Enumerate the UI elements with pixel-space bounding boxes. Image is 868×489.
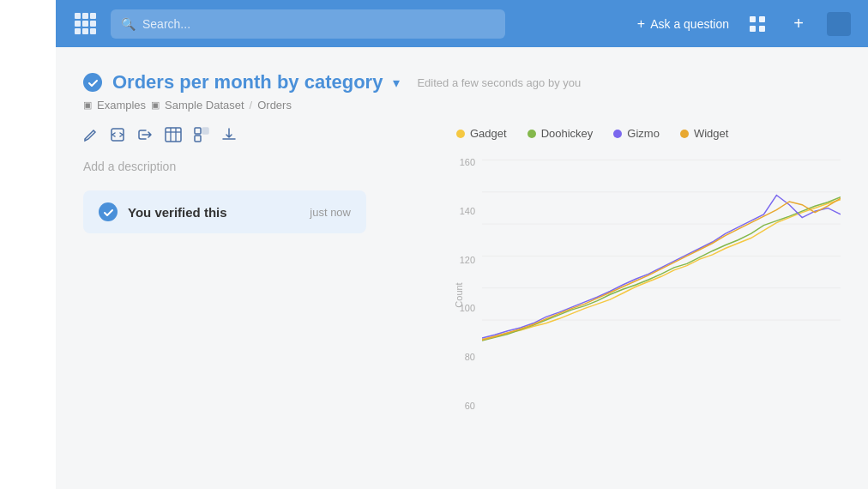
breadcrumb-examples[interactable]: Examples bbox=[97, 99, 146, 112]
user-avatar[interactable] bbox=[827, 12, 851, 36]
navbar: 🔍 Search... + Ask a question + bbox=[56, 0, 868, 47]
svg-rect-11 bbox=[195, 136, 201, 142]
svg-rect-1 bbox=[759, 16, 765, 22]
page-title: Orders per month by category bbox=[112, 71, 383, 94]
doohickey-label: Doohickey bbox=[541, 127, 594, 140]
examples-icon: ▣ bbox=[83, 100, 92, 111]
edited-text: Edited a few seconds ago by you bbox=[417, 76, 581, 89]
download-button[interactable] bbox=[221, 127, 237, 142]
svg-rect-2 bbox=[750, 26, 756, 32]
plus-icon: + bbox=[637, 16, 645, 32]
verified-time: just now bbox=[310, 206, 351, 219]
toolbar bbox=[83, 127, 419, 142]
navbar-right: + Ask a question + bbox=[637, 11, 851, 37]
verified-text: You verified this bbox=[128, 205, 299, 220]
move-button[interactable] bbox=[194, 127, 209, 142]
search-icon: 🔍 bbox=[121, 17, 136, 31]
dataset-icon: ▣ bbox=[151, 100, 160, 111]
ask-question-button[interactable]: + Ask a question bbox=[637, 16, 729, 32]
share-button[interactable] bbox=[137, 127, 153, 142]
svg-rect-5 bbox=[166, 128, 181, 142]
y-label-60: 60 bbox=[465, 401, 475, 411]
widget-label: Widget bbox=[694, 127, 728, 140]
sidebar bbox=[0, 0, 56, 489]
search-placeholder: Search... bbox=[142, 17, 190, 31]
legend-gadget: Gadget bbox=[456, 127, 507, 140]
chart-legend: Gadget Doohickey Gizmo Widget bbox=[456, 127, 841, 140]
logo-grid bbox=[75, 13, 96, 34]
gadget-label: Gadget bbox=[470, 127, 507, 140]
legend-gizmo: Gizmo bbox=[613, 127, 660, 140]
left-panel: Add a description You verified this just… bbox=[83, 127, 439, 437]
chart-panel: Gadget Doohickey Gizmo Widget bbox=[439, 127, 841, 437]
svg-rect-9 bbox=[195, 128, 201, 134]
doohickey-dot bbox=[527, 130, 536, 138]
y-axis-count-label: Count bbox=[454, 282, 464, 307]
add-description[interactable]: Add a description bbox=[83, 160, 419, 173]
navbar-logo[interactable] bbox=[73, 12, 97, 36]
legend-doohickey: Doohickey bbox=[527, 127, 594, 140]
verified-check-icon bbox=[99, 202, 118, 221]
title-chevron-icon[interactable]: ▾ bbox=[393, 75, 400, 91]
main-wrapper: 🔍 Search... + Ask a question + bbox=[56, 0, 868, 489]
chart-area: 160 140 120 100 80 60 Count bbox=[439, 154, 841, 437]
edit-button[interactable] bbox=[83, 128, 98, 142]
breadcrumb-separator: / bbox=[250, 99, 253, 112]
gizmo-label: Gizmo bbox=[627, 127, 660, 140]
verified-badge-header bbox=[83, 73, 102, 92]
chart-svg bbox=[482, 154, 841, 346]
embed-button[interactable] bbox=[110, 127, 125, 142]
table-view-button[interactable] bbox=[165, 127, 182, 142]
breadcrumb: ▣ Examples ▣ Sample Dataset / Orders bbox=[83, 99, 841, 112]
breadcrumb-orders[interactable]: Orders bbox=[257, 99, 292, 112]
y-label-80: 80 bbox=[465, 352, 475, 362]
new-item-button[interactable]: + bbox=[786, 11, 811, 37]
verified-card: You verified this just now bbox=[83, 190, 366, 233]
y-label-120: 120 bbox=[460, 255, 475, 265]
y-label-140: 140 bbox=[460, 206, 475, 216]
svg-rect-10 bbox=[202, 128, 208, 134]
svg-rect-3 bbox=[759, 26, 765, 32]
gadget-dot bbox=[456, 130, 465, 138]
breadcrumb-dataset[interactable]: Sample Dataset bbox=[165, 99, 244, 112]
widget-dot bbox=[680, 130, 689, 138]
gizmo-dot bbox=[613, 130, 622, 138]
apps-grid-button[interactable] bbox=[744, 11, 770, 37]
legend-widget: Widget bbox=[680, 127, 728, 140]
svg-rect-0 bbox=[750, 16, 756, 22]
content-layout: Add a description You verified this just… bbox=[83, 127, 841, 437]
page-header: Orders per month by category ▾ Edited a … bbox=[83, 71, 841, 94]
page-content: Orders per month by category ▾ Edited a … bbox=[56, 47, 868, 437]
search-bar[interactable]: 🔍 Search... bbox=[111, 9, 505, 39]
y-label-160: 160 bbox=[460, 157, 475, 167]
